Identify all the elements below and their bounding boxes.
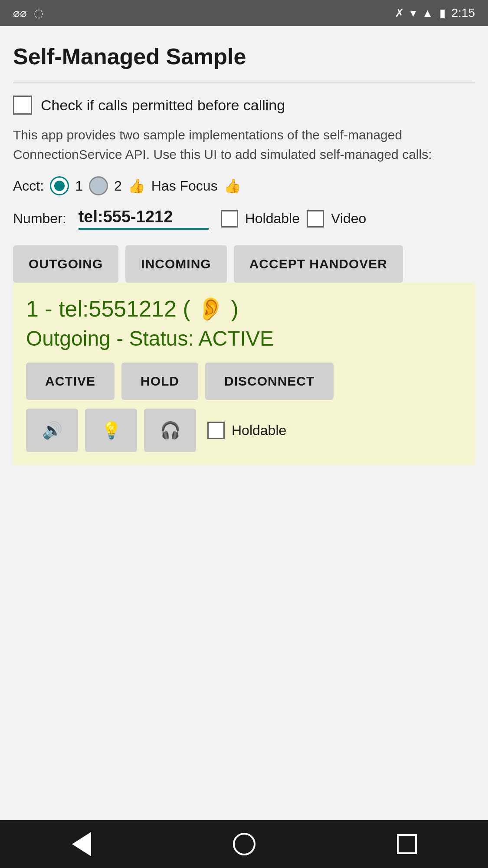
icon-btn-row: 🔊 💡 🎧 Holdable [26,409,462,452]
number-input[interactable] [79,208,209,230]
speaker-icon: 🔊 [42,421,62,440]
wifi-icon: ▾ [410,7,416,20]
nav-home-button[interactable] [227,831,262,857]
accept-handover-button[interactable]: ACCEPT HANDOVER [234,245,403,283]
headphones-icon: 🎧 [160,421,180,440]
bluetooth-icon: ✗ [395,7,404,20]
disconnect-button[interactable]: DISCONNECT [205,363,334,400]
check-calls-label: Check if calls permitted before calling [41,97,285,114]
acct2-radio[interactable] [89,176,108,195]
check-calls-row[interactable]: Check if calls permitted before calling [13,96,475,115]
speaker-button[interactable]: 🔊 [26,409,78,452]
acct1-label: 1 [75,178,83,194]
check-calls-checkbox[interactable] [13,96,32,115]
headphones-button[interactable]: 🎧 [144,409,196,452]
status-bar-right: ✗ ▾ ▲ ▮ 2:15 [395,6,475,20]
title-divider [13,83,475,83]
number-row: Number: Holdable Video [13,208,475,230]
call-status: Outgoing - Status: ACTIVE [26,327,462,350]
description-text: This app provides two sample implementat… [13,125,475,164]
nav-back-button[interactable] [64,831,99,857]
acct1-radio[interactable] [50,176,69,195]
active-button[interactable]: ACTIVE [26,363,115,400]
voicemail-icon: ⌀⌀ [13,7,27,20]
has-focus-label: Has Focus [151,178,218,194]
thumbs-up-emoji: 👍 [128,178,145,194]
status-bar: ⌀⌀ ◌ ✗ ▾ ▲ ▮ 2:15 [0,0,488,26]
action-buttons: OUTGOING INCOMING ACCEPT HANDOVER [13,245,475,283]
nav-recents-button[interactable] [390,831,424,857]
time-display: 2:15 [452,6,475,20]
has-focus-emoji: 👍 [224,178,241,194]
sync-icon: ◌ [34,7,44,20]
call-controls: ACTIVE HOLD DISCONNECT [26,363,462,400]
video-checkbox[interactable] [307,210,324,228]
acct-row: Acct: 1 2 👍 Has Focus 👍 [13,176,475,195]
video-label: Video [331,211,366,227]
acct2-label: 2 [114,178,122,194]
status-bar-left: ⌀⌀ ◌ [13,7,44,20]
call-holdable-checkbox[interactable] [207,422,225,439]
app-content: Self-Managed Sample Check if calls permi… [0,26,488,820]
holdable-label: Holdable [245,211,300,227]
incoming-button[interactable]: INCOMING [125,245,226,283]
outgoing-button[interactable]: OUTGOING [13,245,118,283]
holdable-checkbox[interactable] [221,210,238,228]
call-holdable-row: Holdable [207,422,286,439]
holdable-row: Holdable Video [221,210,367,228]
number-label: Number: [13,211,66,227]
bulb-button[interactable]: 💡 [85,409,137,452]
nav-bar [0,820,488,868]
call-number: 1 - tel:5551212 ( 👂 ) [26,296,462,322]
app-title: Self-Managed Sample [13,43,475,69]
acct-label: Acct: [13,178,44,194]
hold-button[interactable]: HOLD [121,363,198,400]
bulb-icon: 💡 [101,421,121,440]
call-holdable-label: Holdable [232,422,286,439]
battery-icon: ▮ [439,7,445,20]
call-card: 1 - tel:5551212 ( 👂 ) Outgoing - Status:… [13,283,475,465]
signal-icon: ▲ [422,7,433,20]
